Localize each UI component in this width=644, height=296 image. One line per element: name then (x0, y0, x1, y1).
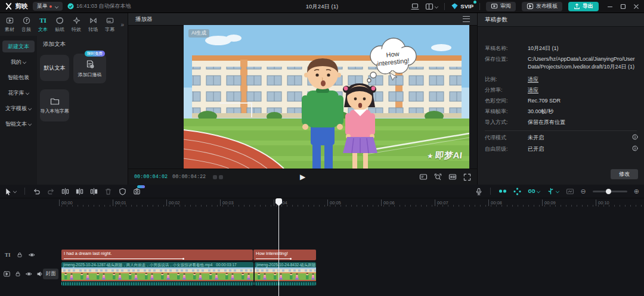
preview-zoom-icon[interactable] (434, 173, 442, 181)
split-icon[interactable] (61, 188, 69, 195)
timeline-ruler[interactable]: 00:00 00:01 00:02 00:03 00:04 00:05 00:0… (0, 198, 644, 208)
timeline-options-icon[interactable] (566, 188, 574, 195)
preview-toggle-icon[interactable] (219, 175, 223, 179)
video-clip[interactable]: jimeng-2025-10-24-1287-镜头跟随，两人向前走，小男孩说话，… (61, 262, 253, 286)
slider-handle[interactable] (606, 189, 611, 194)
ratio-link[interactable]: 适应 (528, 76, 538, 83)
capture-icon[interactable] (133, 188, 141, 195)
auto-snap-icon[interactable] (513, 188, 521, 195)
divider (444, 3, 445, 10)
display-settings-icon[interactable] (419, 173, 428, 180)
playhead-line[interactable] (278, 198, 279, 296)
draft-params-header: 草稿参数 (478, 13, 644, 27)
subnav-new-text[interactable]: 新建文本 (2, 40, 35, 52)
play-button[interactable]: ▶ (300, 173, 305, 181)
tab-audio[interactable]: 音频 (18, 17, 35, 33)
add-voiceover-card[interactable]: 限时免费 添加口播稿 (73, 54, 106, 83)
subnav-text-template[interactable]: 文字模板 (2, 102, 35, 114)
quality-icon[interactable] (448, 173, 457, 180)
import-subtitles-card[interactable]: 导入本地字幕 (40, 89, 69, 121)
svg-text:How: How (386, 50, 400, 58)
ruler-label: 00:02 (169, 200, 180, 205)
svip-notification-dot (473, 1, 476, 4)
trim-left-icon[interactable] (76, 188, 83, 195)
minimize-button[interactable] (607, 4, 613, 10)
video-clip-name: jimeng-2025-10-24-8432-镜头跟随， (256, 262, 316, 267)
text-clip[interactable]: How interesting! (253, 250, 316, 260)
menu-notification-dot (49, 5, 52, 8)
audio-waveform (61, 281, 253, 286)
ruler-label: 00:01 (115, 200, 126, 205)
review-button[interactable]: 审阅 (486, 2, 516, 11)
ai-generated-badge: AI生成 (188, 29, 209, 38)
preview-toggle-icon[interactable] (213, 175, 217, 179)
feature-badge (137, 185, 145, 188)
lock-icon[interactable] (17, 252, 23, 258)
preview-axis-icon[interactable] (547, 188, 559, 195)
player-menu-icon[interactable] (463, 16, 470, 22)
default-text-card[interactable]: 默认文本 (40, 55, 69, 81)
close-button[interactable] (633, 4, 639, 10)
device-preview-icon[interactable] (411, 3, 419, 10)
svip-button[interactable]: SVIP (451, 2, 473, 10)
record-audio-icon[interactable] (475, 188, 482, 195)
trim-right-icon[interactable] (90, 188, 98, 195)
subnav-fancy-text[interactable]: 花字库 (2, 87, 35, 99)
ruler-label: 00:03 (222, 200, 234, 205)
video-canvas[interactable]: How interesting! AI生成 ★ 即梦AI (184, 25, 469, 169)
collapse-panel-icon[interactable]: » (120, 21, 126, 28)
divider (479, 3, 480, 10)
text-subnav: 新建文本 我的 智能包装 花字库 文字模板 智能文本 (0, 36, 37, 185)
main-track-magnet-icon[interactable] (499, 188, 507, 195)
zoom-in-icon[interactable]: ⊕ (634, 188, 639, 195)
video-clip-name: jimeng-2025-10-24-1287-镜头跟随，两人向前走，小男孩说话，… (63, 262, 212, 267)
text-clip[interactable]: I had a dream last night. (61, 250, 253, 260)
timeline-zoom-slider[interactable] (593, 191, 627, 192)
autosave-status: 16:41:03 自动保存本地 (67, 2, 131, 10)
fullscreen-icon[interactable] (463, 173, 471, 181)
subnav-smart-pack[interactable]: 智能包装 (2, 71, 35, 83)
subnav-smart-text[interactable]: 智能文本 (2, 118, 35, 130)
redo-icon[interactable] (47, 188, 55, 195)
lock-icon[interactable] (15, 271, 21, 277)
video-clip-header: jimeng-2025-10-24-8432-镜头跟随， (255, 262, 316, 267)
tab-sticker[interactable]: 贴纸 (51, 17, 68, 33)
tab-captions[interactable]: 字幕 (101, 17, 118, 33)
delete-icon[interactable] (104, 188, 112, 195)
zoom-out-icon[interactable]: ⊖ (581, 188, 586, 195)
subnav-mine[interactable]: 我的 (2, 56, 35, 68)
eye-icon[interactable] (26, 271, 32, 277)
draft-params-panel: 草稿参数 草稿名称: 10月24日 (1) 保存位置: C:/Users/hz/… (477, 13, 644, 185)
tab-effects[interactable]: 特效 (68, 17, 85, 33)
review-label: 审阅 (500, 2, 511, 10)
autosave-check-icon (67, 3, 74, 10)
video-clip-duration: 00:00:03:17 (216, 262, 236, 267)
info-icon[interactable] (632, 145, 638, 151)
titlebar: 剪映 菜单 16:41:03 自动保存本地 10月24日 (1) (0, 0, 644, 13)
tab-media[interactable]: 素材 (1, 17, 18, 33)
menu-button[interactable]: 菜单 (33, 2, 63, 11)
publish-template-button[interactable]: 发布模板 (522, 2, 562, 11)
workspace-layout-icon[interactable] (425, 3, 438, 10)
tab-text[interactable]: TI 文本 (35, 17, 51, 33)
resolution-link[interactable]: 适应 (528, 86, 538, 94)
export-button[interactable]: 导出 (568, 2, 599, 11)
export-icon (574, 3, 580, 10)
video-clip[interactable]: jimeng-2025-10-24-8432-镜头跟随， (255, 262, 316, 286)
eye-icon[interactable] (29, 252, 35, 258)
modify-button[interactable]: 修改 (611, 169, 638, 179)
param-row-ratio: 比例: 适应 (485, 76, 638, 83)
tab-transitions[interactable]: 转场 (85, 17, 101, 33)
cover-button[interactable]: 封面 (43, 269, 58, 279)
select-tool-icon[interactable] (5, 188, 17, 195)
param-row-import-mode: 导入方式: 保留在原有位置 (485, 119, 638, 126)
ruler-label: 00:05 (330, 200, 341, 205)
maximize-button[interactable] (620, 4, 626, 10)
linkage-icon[interactable] (528, 188, 540, 195)
undo-icon[interactable] (33, 188, 41, 195)
mark-icon[interactable] (119, 188, 126, 195)
video-track-icon (4, 271, 10, 277)
info-icon[interactable] (632, 134, 638, 140)
review-icon (491, 3, 498, 10)
add-text-header: 添加文本 (37, 36, 128, 48)
